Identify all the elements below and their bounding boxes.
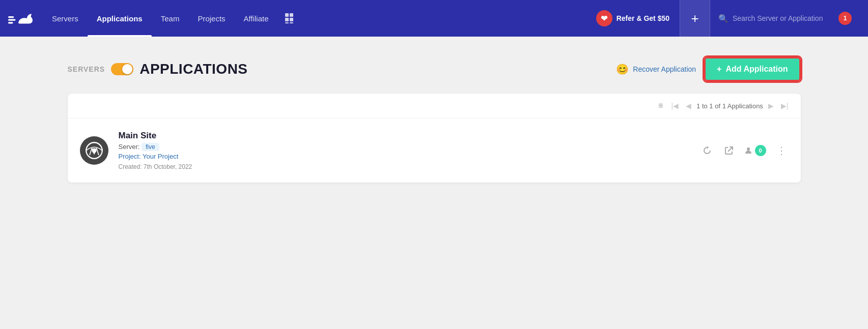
nav-servers[interactable]: Servers — [43, 0, 88, 37]
table-toolbar: ≡ |◀ ◀ 1 to 1 of 1 Applications ▶ ▶| — [68, 94, 801, 118]
svg-rect-1 — [8, 19, 15, 21]
app-name: Main Site — [119, 131, 690, 141]
navbar: Servers Applications Team Projects Affil… — [0, 0, 868, 37]
filter-icon[interactable]: ≡ — [658, 101, 663, 110]
table-row: Main Site Server: five Project: Your Pro… — [68, 118, 801, 183]
app-actions: 0 ⋮ — [700, 142, 789, 159]
svg-rect-8 — [290, 22, 293, 23]
app-icon — [80, 136, 108, 165]
project-name: Your Project — [143, 153, 178, 160]
add-new-button[interactable]: + — [680, 0, 710, 37]
search-area: 🔍 1 — [710, 0, 860, 37]
nav-applications[interactable]: Applications — [88, 0, 152, 37]
svg-rect-4 — [285, 18, 289, 21]
recover-application-button[interactable]: 😊 Recover Application — [616, 63, 696, 75]
svg-rect-2 — [8, 22, 13, 23]
open-button[interactable] — [722, 144, 736, 157]
svg-rect-6 — [290, 18, 293, 21]
pagination-controls: |◀ ◀ 1 to 1 of 1 Applications ▶ ▶| — [669, 101, 790, 111]
prev-page-button[interactable]: ◀ — [684, 101, 693, 111]
refer-button[interactable]: ❤ Refer & Get $50 — [586, 0, 680, 37]
svg-rect-0 — [8, 16, 14, 18]
logo-icon — [8, 10, 33, 26]
toggle-knob — [122, 64, 132, 74]
grid-menu-button[interactable] — [280, 8, 300, 28]
svg-rect-7 — [285, 22, 289, 23]
first-page-button[interactable]: |◀ — [669, 101, 681, 111]
more-options-button[interactable]: ⋮ — [774, 142, 789, 159]
next-page-button[interactable]: ▶ — [766, 101, 776, 111]
logo[interactable] — [8, 10, 33, 26]
refer-label: Refer & Get $50 — [617, 14, 669, 22]
app-info: Main Site Server: five Project: Your Pro… — [119, 131, 690, 170]
notification-badge[interactable]: 1 — [838, 12, 852, 25]
applications-title: APPLICATIONS — [139, 61, 247, 77]
svg-point-11 — [747, 147, 750, 151]
search-input[interactable] — [733, 14, 834, 22]
page-header-left: SERVERS APPLICATIONS — [68, 61, 248, 77]
grid-icon — [285, 13, 296, 24]
nav-affiliate[interactable]: Affiliate — [235, 0, 278, 37]
servers-apps-toggle[interactable] — [111, 63, 133, 75]
main-content: SERVERS APPLICATIONS 😊 Recover Applicati… — [27, 37, 842, 203]
page-header: SERVERS APPLICATIONS 😊 Recover Applicati… — [68, 57, 801, 81]
recover-label: Recover Application — [633, 65, 696, 73]
last-page-button[interactable]: ▶| — [779, 101, 791, 111]
app-created: Created: 7th October, 2022 — [119, 163, 690, 170]
add-application-button[interactable]: + Add Application — [704, 57, 800, 81]
nav-projects[interactable]: Projects — [188, 0, 234, 37]
collaborators-button[interactable]: 0 — [744, 145, 766, 156]
search-icon: 🔍 — [718, 14, 729, 23]
refresh-icon — [702, 145, 712, 156]
server-badge: five — [142, 143, 159, 151]
open-icon — [724, 146, 734, 155]
recover-icon: 😊 — [616, 63, 629, 75]
heart-icon: ❤ — [596, 10, 612, 26]
pagination-label: 1 to 1 of 1 Applications — [696, 102, 763, 110]
nav-links: Servers Applications Team Projects Affil… — [43, 0, 300, 37]
applications-table: ≡ |◀ ◀ 1 to 1 of 1 Applications ▶ ▶| — [68, 94, 801, 183]
add-application-label: Add Application — [725, 65, 788, 74]
plus-icon: + — [691, 11, 698, 26]
collaborators-count: 0 — [755, 145, 766, 156]
navbar-right: ❤ Refer & Get $50 + 🔍 1 — [586, 0, 860, 37]
svg-rect-3 — [285, 13, 289, 17]
app-project: Project: Your Project — [119, 153, 690, 160]
wordpress-icon — [85, 141, 103, 160]
app-server: Server: five — [119, 143, 690, 151]
svg-rect-5 — [290, 13, 293, 17]
servers-label: SERVERS — [68, 65, 105, 73]
nav-team[interactable]: Team — [152, 0, 189, 37]
page-header-right: 😊 Recover Application + Add Application — [616, 57, 800, 81]
add-plus-icon: + — [717, 65, 721, 74]
refresh-button[interactable] — [700, 143, 714, 158]
user-icon — [744, 146, 753, 155]
